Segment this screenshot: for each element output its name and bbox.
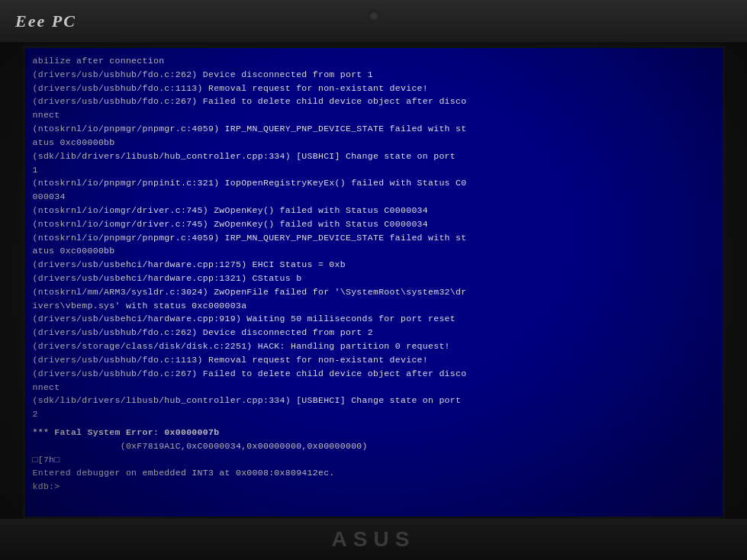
terminal-line: 000034 — [33, 190, 715, 204]
terminal-line: (ntoskrnl/io/pnpmgr/pnpmgr.c:4059) IRP_M… — [33, 122, 715, 136]
terminal-line: (sdk/lib/drivers/libusb/hub_controller.c… — [33, 394, 715, 407]
bottom-bar: ASUS — [0, 519, 747, 560]
terminal-line: 2 — [33, 407, 715, 421]
screen-content: abilize after connection(drivers/usb/usb… — [25, 48, 723, 517]
terminal-line: abilize after connection — [33, 54, 715, 68]
terminal-line: (drivers/usb/usbehci/hardware.cpp:1275) … — [33, 258, 715, 272]
top-bar: Eee PC — [0, 0, 747, 42]
terminal-line: nnect — [33, 381, 715, 394]
terminal-line: (ntoskrnl/mm/ARM3/sysldr.c:3024) ZwOpenF… — [33, 285, 715, 299]
terminal-line: atus 0xc00000bb — [33, 136, 715, 150]
terminal-output: abilize after connection(drivers/usb/usb… — [33, 54, 715, 494]
bottom-brand: ASUS — [332, 527, 416, 552]
terminal-line: (ntoskrnl/io/pnpmgr/pnpinit.c:321) IopOp… — [33, 176, 715, 190]
terminal-line: Entered debugger on embedded INT3 at 0x0… — [33, 466, 715, 480]
terminal-line: (drivers/usb/usbhub/fdo.c:1113) Removal … — [33, 353, 715, 367]
terminal-line: (sdk/lib/drivers/libusb/hub_controller.c… — [33, 150, 715, 163]
terminal-line: (drivers/usb/usbehci/hardware.cpp:919) W… — [33, 312, 715, 326]
terminal-line: ivers\vbemp.sys' with status 0xc000003a — [33, 299, 715, 313]
terminal-line: (drivers/usb/usbhub/fdo.c:262) Device di… — [33, 68, 715, 82]
terminal-line: (ntoskrnl/io/pnpmgr/pnpmgr.c:4059) IRP_M… — [33, 231, 715, 245]
terminal-line: □[7h□ — [33, 453, 715, 467]
terminal-line: (drivers/usb/usbhub/fdo.c:1113) Removal … — [33, 82, 715, 95]
logo: Eee PC — [15, 11, 76, 31]
terminal-line: (drivers/usb/usbehci/hardware.cpp:1321) … — [33, 272, 715, 285]
terminal-line: (ntoskrnl/io/iomgr/driver.c:745) ZwOpenK… — [33, 204, 715, 217]
terminal-line: atus 0xc00000bb — [33, 244, 715, 258]
terminal-line: (ntoskrnl/io/iomgr/driver.c:745) ZwOpenK… — [33, 217, 715, 231]
terminal-line: 1 — [33, 163, 715, 177]
terminal-line: (drivers/usb/usbhub/fdo.c:262) Device di… — [33, 326, 715, 340]
terminal-line: kdb:> — [33, 480, 715, 494]
terminal-line: (0xF7819A1C,0xC0000034,0x00000000,0x0000… — [33, 439, 715, 453]
terminal-line: (drivers/storage/class/disk/disk.c:2251)… — [33, 340, 715, 353]
terminal-line: (drivers/usb/usbhub/fdo.c:267) Failed to… — [33, 95, 715, 108]
terminal-line: nnect — [33, 108, 715, 122]
terminal-line: *** Fatal System Error: 0x0000007b — [33, 426, 715, 439]
laptop-bezel: Eee PC abilize after connection(drivers/… — [0, 0, 747, 560]
screen-area: abilize after connection(drivers/usb/usb… — [23, 46, 725, 519]
camera-dot — [367, 9, 381, 23]
terminal-line: (drivers/usb/usbhub/fdo.c:267) Failed to… — [33, 367, 715, 381]
